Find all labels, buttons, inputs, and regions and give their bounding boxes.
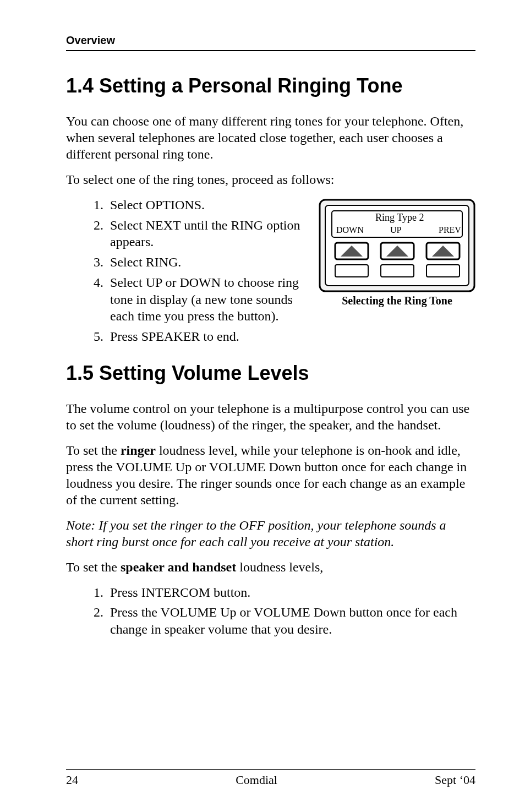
step-2: Press the VOLUME Up or VOLUME Down butto… [107, 604, 475, 637]
text: loudness levels, [236, 560, 323, 574]
steps-1-4: Select OPTIONS. Select NEXT until the RI… [66, 197, 308, 345]
lcd-line1: Ring Type 2 [375, 212, 424, 223]
footer-date: Sept ‘04 [435, 773, 475, 787]
step-3: Select RING. [107, 254, 308, 271]
text: To set the [66, 443, 121, 457]
heading-1-5: 1.5 Setting Volume Levels [66, 362, 475, 385]
note-ringer-off: Note: If you set the ringer to the OFF p… [66, 517, 475, 550]
bold-speaker-handset: speaker and handset [121, 560, 236, 574]
softkey-button [381, 243, 414, 259]
softkey-right-label: PREV [439, 225, 461, 235]
figure-ring-tone: Ring Type 2 DOWN UP PREV [319, 199, 475, 307]
figure-caption: Selecting the Ring Tone [319, 295, 475, 307]
step-5: Press SPEAKER to end. [107, 328, 308, 345]
page-footer: 24 Comdial Sept ‘04 [66, 769, 475, 787]
running-header: Overview [66, 34, 475, 51]
para-1-5-intro: The volume control on your telephone is … [66, 400, 475, 433]
step-1: Press INTERCOM button. [107, 584, 475, 601]
footer-page-number: 24 [66, 773, 78, 787]
bold-ringer: ringer [121, 443, 156, 457]
softkey-button [335, 243, 368, 259]
softkey-button [426, 243, 460, 259]
steps-1-5: Press INTERCOM button. Press the VOLUME … [66, 584, 475, 638]
para-ringer: To set the ringer loudness level, while … [66, 442, 475, 508]
step-4: Select UP or DOWN to choose ring tone in… [107, 274, 308, 325]
softkey-mid-label: UP [390, 225, 402, 235]
step-1: Select OPTIONS. [107, 197, 308, 214]
para-speaker-handset: To set the speaker and handset loudness … [66, 559, 475, 575]
para-1-4-intro: You can choose one of many different rin… [66, 113, 475, 162]
step-2: Select NEXT until the RING option appear… [107, 217, 308, 250]
footer-center: Comdial [236, 773, 277, 787]
softkey-left-label: DOWN [336, 225, 364, 235]
text: To set the [66, 560, 121, 574]
steps-and-figure-row: Select OPTIONS. Select NEXT until the RI… [66, 197, 475, 354]
blank-button [335, 265, 368, 277]
lcd-panel-svg: Ring Type 2 DOWN UP PREV [319, 199, 475, 292]
blank-button [381, 265, 414, 277]
heading-1-4: 1.4 Setting a Personal Ringing Tone [66, 74, 475, 97]
blank-button [426, 265, 460, 277]
para-1-4-lead: To select one of the ring tones, proceed… [66, 171, 475, 188]
page: Overview 1.4 Setting a Personal Ringing … [0, 0, 525, 812]
